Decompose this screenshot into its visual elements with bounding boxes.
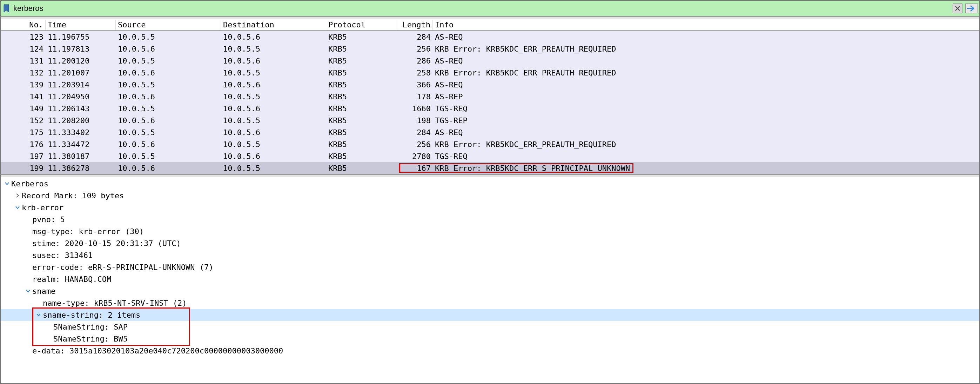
tree-e-data[interactable]: e-data: 3015a103020103a20e040c720200c000… — [1, 345, 979, 357]
tree-error-code[interactable]: error-code: eRR-S-PRINCIPAL-UNKNOWN (7) — [1, 261, 979, 273]
cell-src: 10.0.5.6 — [116, 116, 221, 125]
chevron-right-icon[interactable] — [13, 193, 22, 198]
tree-msg-type[interactable]: msg-type: krb-error (30) — [1, 225, 979, 237]
cell-len: 366 — [396, 80, 433, 89]
cell-no: 175 — [1, 128, 46, 137]
cell-len: 167 — [396, 164, 433, 173]
packet-row[interactable]: 14111.20495010.0.5.610.0.5.5KRB5178AS-RE… — [1, 91, 979, 102]
col-header-length[interactable]: Length — [396, 20, 433, 30]
cell-src: 10.0.5.6 — [116, 69, 221, 77]
bookmark-icon[interactable] — [2, 4, 11, 13]
packet-row[interactable]: 13211.20100710.0.5.610.0.5.5KRB5258KRB E… — [1, 67, 979, 79]
packet-row[interactable]: 12311.19675510.0.5.510.0.5.6KRB5284AS-RE… — [1, 31, 979, 43]
cell-dst: 10.0.5.5 — [221, 45, 326, 53]
col-header-info[interactable]: Info — [433, 20, 979, 30]
cell-proto: KRB5 — [326, 116, 396, 125]
packet-row[interactable]: 14911.20614310.0.5.510.0.5.6KRB51660TGS-… — [1, 102, 979, 115]
tree-kerberos[interactable]: Kerberos — [1, 178, 979, 190]
col-header-protocol[interactable]: Protocol — [326, 20, 396, 30]
packet-row[interactable]: 12411.19781310.0.5.610.0.5.5KRB5256KRB E… — [1, 43, 979, 55]
cell-time: 11.204950 — [46, 92, 116, 101]
packet-row[interactable]: 15211.20820010.0.5.610.0.5.5KRB5198TGS-R… — [1, 115, 979, 126]
cell-time: 11.333402 — [46, 128, 116, 137]
tree-sname-item[interactable]: SNameString: SAP — [1, 321, 979, 333]
cell-src: 10.0.5.5 — [116, 104, 221, 113]
packet-row[interactable]: 13111.20012010.0.5.510.0.5.6KRB5286AS-RE… — [1, 55, 979, 67]
clear-filter-icon[interactable] — [953, 3, 963, 13]
tree-realm[interactable]: realm: HANABQ.COM — [1, 273, 979, 285]
cell-no: 139 — [1, 80, 46, 89]
cell-len: 284 — [396, 33, 433, 41]
cell-info: AS-REQ — [433, 128, 979, 137]
cell-proto: KRB5 — [326, 104, 396, 113]
packet-row[interactable]: 19711.38018710.0.5.510.0.5.6KRB52780TGS-… — [1, 150, 979, 162]
cell-dst: 10.0.5.6 — [221, 128, 326, 137]
tree-label: e-data: 3015a103020103a20e040c720200c000… — [32, 346, 283, 355]
tree-krb-error[interactable]: krb-error — [1, 201, 979, 214]
cell-time: 11.200120 — [46, 56, 116, 65]
tree-label: Kerberos — [11, 179, 48, 188]
tree-label: krb-error — [22, 203, 64, 212]
cell-src: 10.0.5.5 — [116, 128, 221, 137]
cell-src: 10.0.5.6 — [116, 92, 221, 101]
tree-label: sname — [32, 287, 56, 296]
cell-time: 11.201007 — [46, 69, 116, 77]
cell-time: 11.203914 — [46, 80, 116, 89]
cell-dst: 10.0.5.6 — [221, 80, 326, 89]
packet-details-pane: Kerberos Record Mark: 109 bytes krb-erro… — [1, 177, 979, 383]
packet-row[interactable]: 13911.20391410.0.5.510.0.5.6KRB5366AS-RE… — [1, 79, 979, 91]
packet-row[interactable]: 19911.38627810.0.5.610.0.5.5KRB5167KRB E… — [1, 162, 979, 174]
cell-proto: KRB5 — [326, 140, 396, 149]
tree-name-type[interactable]: name-type: kRB5-NT-SRV-INST (2) — [1, 297, 979, 309]
cell-time: 11.208200 — [46, 116, 116, 125]
cell-proto: KRB5 — [326, 92, 396, 101]
packet-list-pane: No. Time Source Destination Protocol Len… — [1, 19, 979, 175]
cell-src: 10.0.5.5 — [116, 56, 221, 65]
chevron-down-icon[interactable] — [34, 312, 43, 317]
tree-label: realm: HANABQ.COM — [32, 275, 111, 284]
cell-src: 10.0.5.5 — [116, 33, 221, 41]
cell-proto: KRB5 — [326, 152, 396, 161]
cell-time: 11.197813 — [46, 45, 116, 53]
cell-len: 198 — [396, 116, 433, 125]
tree-pvno[interactable]: pvno: 5 — [1, 214, 979, 225]
cell-len: 284 — [396, 128, 433, 137]
cell-no: 199 — [1, 164, 46, 173]
chevron-down-icon[interactable] — [24, 288, 32, 293]
chevron-down-icon[interactable] — [3, 181, 11, 186]
cell-len: 256 — [396, 140, 433, 149]
tree-label: stime: 2020-10-15 20:31:37 (UTC) — [32, 239, 181, 248]
cell-info: AS-REP — [433, 92, 979, 101]
tree-stime[interactable]: stime: 2020-10-15 20:31:37 (UTC) — [1, 237, 979, 249]
tree-sname-item[interactable]: SNameString: BW5 — [1, 333, 979, 345]
apply-filter-icon[interactable] — [965, 3, 978, 13]
tree-sname[interactable]: sname — [1, 285, 979, 297]
cell-len: 178 — [396, 92, 433, 101]
tree-record-mark[interactable]: Record Mark: 109 bytes — [1, 190, 979, 201]
display-filter-bar — [1, 1, 979, 17]
display-filter-input[interactable] — [12, 4, 951, 13]
tree-label: susec: 313461 — [32, 251, 92, 260]
col-header-time[interactable]: Time — [46, 20, 116, 30]
cell-dst: 10.0.5.6 — [221, 56, 326, 65]
cell-dst: 10.0.5.5 — [221, 164, 326, 173]
cell-src: 10.0.5.6 — [116, 45, 221, 53]
cell-proto: KRB5 — [326, 164, 396, 173]
tree-sname-string[interactable]: sname-string: 2 items — [1, 309, 979, 321]
col-header-destination[interactable]: Destination — [221, 20, 326, 30]
cell-dst: 10.0.5.6 — [221, 152, 326, 161]
cell-len: 1660 — [396, 104, 433, 113]
chevron-down-icon[interactable] — [13, 205, 22, 210]
packet-row[interactable]: 17611.33447210.0.5.610.0.5.5KRB5256KRB E… — [1, 138, 979, 150]
cell-len: 256 — [396, 45, 433, 53]
col-header-no[interactable]: No. — [1, 20, 46, 30]
cell-proto: KRB5 — [326, 128, 396, 137]
tree-label: name-type: kRB5-NT-SRV-INST (2) — [43, 299, 187, 308]
tree-susec[interactable]: susec: 313461 — [1, 249, 979, 261]
packet-row[interactable]: 17511.33340210.0.5.510.0.5.6KRB5284AS-RE… — [1, 126, 979, 138]
cell-info: TGS-REP — [433, 116, 979, 125]
col-header-source[interactable]: Source — [116, 20, 221, 30]
cell-len: 286 — [396, 56, 433, 65]
cell-no: 141 — [1, 92, 46, 101]
cell-info: KRB Error: KRB5KDC_ERR_S_PRINCIPAL_UNKNO… — [433, 164, 979, 173]
